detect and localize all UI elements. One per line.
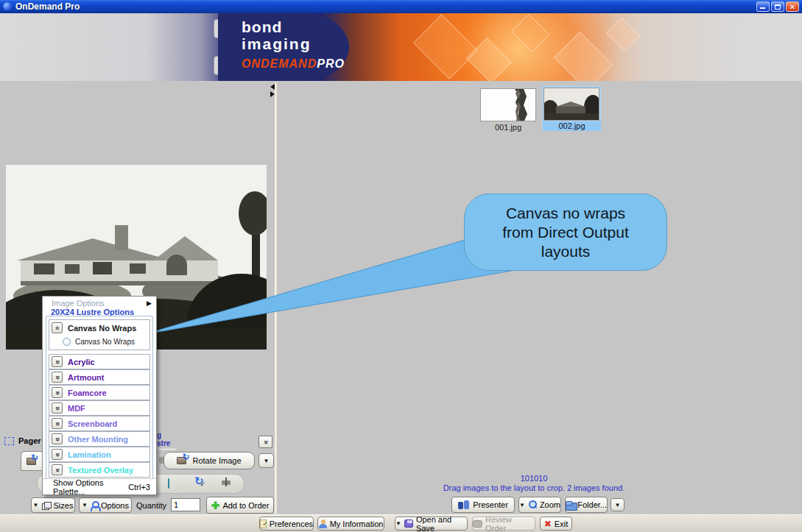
add-plus-icon: ✚ xyxy=(211,501,220,510)
section-screenboard[interactable]: » Screenboard xyxy=(49,416,150,431)
show-options-palette-item[interactable]: Show Options Palette... Ctrl+3 xyxy=(43,478,156,494)
titlebar: OnDemand Pro ✕ xyxy=(0,0,802,13)
app-icon xyxy=(3,2,12,11)
brand-word-imaging: imaging xyxy=(242,35,349,53)
review-order-label: Review Order xyxy=(485,515,535,532)
quantity-input[interactable] xyxy=(171,498,200,511)
thumbnail-002-label: 002.jpg xyxy=(543,121,601,131)
clipped-label-fragment: g xyxy=(157,431,161,439)
minimize-button[interactable] xyxy=(756,1,770,12)
preferences-button[interactable]: Preferences xyxy=(259,517,314,531)
callout-line-1: Canvas no wraps xyxy=(506,204,625,223)
expand-section-button[interactable]: » xyxy=(52,402,63,414)
callout-line-2: from Direct Output xyxy=(502,223,629,242)
exit-button[interactable]: ✖ Exit xyxy=(540,517,572,531)
double-chevron-down-icon: » xyxy=(54,406,61,411)
open-and-save-button[interactable]: ▼ Open and Save xyxy=(395,517,468,531)
section-textured-overlay[interactable]: » Textured Overlay xyxy=(49,462,150,478)
section-label: MDF xyxy=(68,404,85,413)
open-and-save-label: Open and Save xyxy=(416,515,467,532)
rotate-image-dropdown-button[interactable]: ▼ xyxy=(258,453,274,468)
open-save-icon xyxy=(404,519,413,528)
section-lamination[interactable]: » Lamination xyxy=(49,447,150,462)
options-groupbox: » Canvas No Wraps Canvas No Wraps » Acry… xyxy=(46,316,153,479)
splitter-collapse-right-icon[interactable] xyxy=(270,91,275,97)
section-label: Canvas No Wraps xyxy=(68,324,136,333)
pane-splitter[interactable] xyxy=(275,82,277,514)
double-chevron-down-icon: » xyxy=(54,375,61,380)
presenter-button[interactable]: Presenter xyxy=(451,497,515,513)
section-label: Acrylic xyxy=(68,358,95,366)
double-chevron-down-icon: » xyxy=(54,422,61,426)
rotate-tool-button[interactable]: ↻ ✓ xyxy=(194,476,205,488)
dropdown-arrow-icon: ▼ xyxy=(615,502,621,508)
expand-section-button[interactable]: » xyxy=(52,356,63,367)
expand-section-button[interactable]: » xyxy=(52,464,63,475)
review-order-button[interactable]: Review Order xyxy=(472,517,535,531)
my-information-button[interactable]: My Information xyxy=(317,517,384,531)
pager-section: Pager xyxy=(4,436,41,445)
zoom-magnifier-icon xyxy=(528,500,537,509)
section-mdf[interactable]: » MDF xyxy=(49,400,150,416)
section-label: Screenboard xyxy=(68,419,117,428)
splitter-collapse-left-icon[interactable] xyxy=(270,84,275,90)
dropdown-arrow-icon: ▼ xyxy=(519,502,525,508)
options-label: Options xyxy=(101,501,129,510)
layout-rotate-tab[interactable]: ↻ xyxy=(21,451,44,471)
sizes-icon xyxy=(42,502,51,509)
thumbnail-001-label: 001.jpg xyxy=(471,123,545,132)
status-message: Drag images to the layout to crop. 2 ima… xyxy=(387,483,681,492)
sizes-button[interactable]: ▼ Sizes xyxy=(31,497,75,513)
rotate-image-arrow-icon: ↻ xyxy=(182,453,189,461)
presenter-icon xyxy=(458,500,470,509)
double-chevron-up-icon: » xyxy=(54,326,61,330)
presenter-label: Presenter xyxy=(473,500,508,509)
collapse-section-button[interactable]: » xyxy=(52,322,63,333)
clipped-slider[interactable] xyxy=(157,448,176,450)
image-tool-icon xyxy=(168,478,169,489)
thumbnail-001-image xyxy=(481,89,535,121)
expand-section-button[interactable]: » xyxy=(52,449,63,460)
preferences-label: Preferences xyxy=(270,519,313,528)
clipped-label-fragment: stre xyxy=(157,439,170,447)
brand-word-bond: bond xyxy=(242,19,349,35)
section-foamcore[interactable]: » Foamcore xyxy=(49,385,150,400)
section-label: Textured Overlay xyxy=(68,466,133,475)
section-other-mounting[interactable]: » Other Mounting xyxy=(49,431,150,447)
window-title: OnDemand Pro xyxy=(15,1,80,12)
expand-section-button[interactable]: » xyxy=(52,433,63,444)
radio-option-label: Canvas No Wraps xyxy=(75,338,135,346)
image-tool-button[interactable] xyxy=(168,479,169,488)
rotate-image-button[interactable]: ↻ Rotate Image xyxy=(163,452,255,469)
checkmark-icon: ✓ xyxy=(200,480,206,488)
radio-icon xyxy=(63,338,71,346)
review-order-icon xyxy=(473,520,482,528)
submenu-arrow-icon: ▶ xyxy=(147,299,152,307)
double-chevron-down-icon: » xyxy=(262,440,270,444)
close-icon: ✕ xyxy=(787,2,798,11)
section-artmount[interactable]: » Artmount xyxy=(49,369,150,385)
maximize-button[interactable] xyxy=(771,1,784,12)
expand-section-button[interactable]: » xyxy=(52,372,63,383)
callout-bubble: Canvas no wraps from Direct Output layou… xyxy=(464,194,667,271)
options-button[interactable]: ▼ Options xyxy=(79,497,132,513)
add-to-order-button[interactable]: ✚ Add to Order xyxy=(206,497,274,514)
thumbnail-002[interactable] xyxy=(544,88,599,121)
thumbnail-001[interactable] xyxy=(480,88,536,121)
exit-label: Exit xyxy=(555,519,568,528)
zoom-button[interactable]: ▼ Zoom xyxy=(518,497,561,513)
nav-more-dropdown-button[interactable]: ▼ xyxy=(611,498,625,511)
dropdown-arrow-icon: ▼ xyxy=(264,458,270,464)
folder-button[interactable]: Folder... xyxy=(565,497,608,513)
minimize-icon xyxy=(760,7,765,9)
expand-section-button[interactable]: » xyxy=(52,387,63,398)
zoom-label: Zoom xyxy=(540,500,560,509)
close-button[interactable]: ✕ xyxy=(786,1,799,12)
section-acrylic[interactable]: » Acrylic xyxy=(49,354,150,369)
image-options-menu: Image Options ▶ 20X24 Lustre Options » C… xyxy=(42,296,157,495)
status-code: 101010 xyxy=(387,474,681,483)
panel-collapse-button[interactable]: » xyxy=(258,436,272,448)
section-label: Other Mounting xyxy=(68,435,128,444)
radio-option-canvas-no-wraps[interactable]: Canvas No Wraps xyxy=(63,338,135,346)
expand-section-button[interactable]: » xyxy=(52,418,63,429)
